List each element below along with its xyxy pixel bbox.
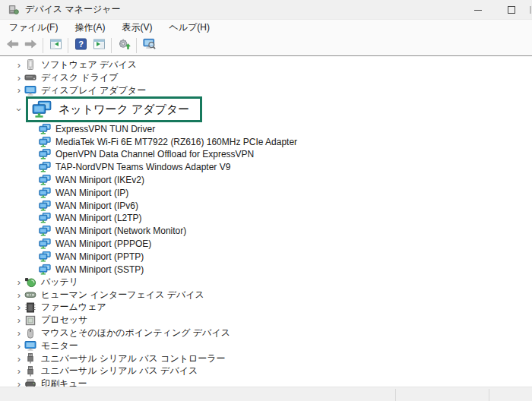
- toolbar-separator: [111, 38, 112, 53]
- network-adapter-icon: [39, 123, 51, 135]
- tree-item[interactable]: WAN Miniport (PPPOE): [0, 238, 532, 251]
- tree-item[interactable]: ›ユニバーサル シリアル バス デバイス: [0, 365, 532, 378]
- tree-item[interactable]: ›ネットワーク アダプター: [0, 96, 532, 122]
- processor-icon: [24, 314, 36, 327]
- tree-item-label: ユニバーサル シリアル バス デバイス: [41, 365, 198, 377]
- mouse-icon: [24, 327, 36, 339]
- usb-icon: [24, 365, 36, 377]
- help-button[interactable]: ?: [71, 37, 90, 54]
- network-adapter-icon: [39, 187, 51, 199]
- chevron-right-icon[interactable]: ›: [14, 302, 24, 313]
- menu-item-action[interactable]: 操作(A): [66, 20, 113, 36]
- back-button[interactable]: [3, 37, 21, 54]
- tree-item[interactable]: ExpressVPN TUN Driver: [0, 122, 532, 135]
- tree-item-label: ヒューマン インターフェイス デバイス: [41, 289, 204, 302]
- scan-hardware-icon: [143, 38, 156, 53]
- menu-item-file[interactable]: ファイル(F): [1, 20, 66, 36]
- chevron-right-icon[interactable]: ›: [14, 327, 24, 339]
- hid-icon: [24, 289, 36, 301]
- tree-item[interactable]: ›ユニバーサル シリアル バス コントローラー: [0, 352, 532, 365]
- tree-item[interactable]: ›ディスク ドライブ: [0, 71, 532, 84]
- close-button-partial[interactable]: [528, 0, 532, 20]
- tree-item[interactable]: ›モニター: [0, 339, 532, 352]
- action-pane-icon: [93, 38, 106, 53]
- software-device-icon: [24, 58, 36, 71]
- tree-item-label: バッテリ: [41, 276, 78, 289]
- toolbar-separator: [43, 38, 43, 53]
- show-console-tree-button[interactable]: [46, 37, 65, 54]
- chevron-right-icon[interactable]: ›: [14, 59, 24, 71]
- network-adapter-icon: [39, 174, 51, 186]
- network-adapter-icon: [39, 200, 51, 212]
- tree-item[interactable]: WAN Miniport (IP): [0, 186, 532, 199]
- chevron-right-icon[interactable]: ›: [14, 276, 24, 288]
- window-title: デバイス マネージャー: [25, 3, 121, 16]
- monitor-icon: [24, 339, 36, 352]
- network-adapter-icon: [39, 212, 51, 224]
- chevron-right-icon[interactable]: ›: [14, 289, 24, 301]
- help-icon: ?: [74, 38, 87, 53]
- tree-item[interactable]: ›マウスとそのほかのポインティング デバイス: [0, 327, 532, 339]
- usb-icon: [24, 352, 36, 365]
- device-tree-pane: ›ソフトウェア デバイス›ディスク ドライブ›ディスプレイ アダプター›ネットワ…: [0, 55, 532, 400]
- network-adapter-icon: [39, 251, 51, 263]
- network-adapter-icon: [39, 161, 51, 173]
- chevron-right-icon[interactable]: ›: [14, 314, 24, 326]
- tree-item-label: ソフトウェア デバイス: [41, 58, 137, 71]
- update-driver-icon: [118, 38, 131, 53]
- tree-item-label: モニター: [41, 339, 78, 352]
- tree-item[interactable]: WAN Miniport (Network Monitor): [0, 225, 532, 238]
- tree-item-label: ディスプレイ アダプター: [41, 84, 146, 97]
- tree-item[interactable]: ›バッテリ: [0, 276, 532, 289]
- tree-item[interactable]: WAN Miniport (IKEv2): [0, 174, 532, 187]
- chevron-right-icon[interactable]: ›: [14, 340, 24, 352]
- tree-item-label: ネットワーク アダプター: [59, 103, 189, 117]
- tree-item[interactable]: WAN Miniport (L2TP): [0, 212, 532, 225]
- forward-arrow-icon: [24, 38, 37, 53]
- chevron-right-icon[interactable]: ›: [14, 84, 24, 96]
- network-adapter-icon: [39, 225, 51, 237]
- maximize-icon: [508, 6, 515, 14]
- tree-item[interactable]: MediaTek Wi-Fi 6E MT7922 (RZ616) 160MHz …: [0, 135, 532, 148]
- maximize-button[interactable]: [495, 0, 528, 20]
- network-adapter-icon: [39, 264, 51, 276]
- tree-item-label: WAN Miniport (PPTP): [55, 251, 144, 262]
- chevron-right-icon[interactable]: ›: [14, 72, 24, 84]
- taskbar-strip: [0, 387, 532, 401]
- device-manager-icon: [8, 4, 19, 15]
- chevron-right-icon[interactable]: ›: [14, 353, 24, 365]
- tree-item[interactable]: ›ヒューマン インターフェイス デバイス: [0, 289, 532, 302]
- device-manager-window: デバイス マネージャー ファイル(F)操作(A)表示(V)ヘルプ(H) ? ›ソ…: [0, 0, 532, 401]
- tree-item-label: WAN Miniport (IPv6): [55, 200, 138, 211]
- minimize-button[interactable]: [461, 0, 495, 20]
- disk-drive-icon: [24, 71, 36, 84]
- tree-item-label: WAN Miniport (PPPOE): [55, 238, 151, 249]
- scan-hardware-button[interactable]: [140, 37, 158, 54]
- network-adapter-icon: [32, 100, 52, 118]
- forward-button[interactable]: [21, 37, 40, 54]
- tree-item-label: WAN Miniport (SSTP): [55, 264, 144, 275]
- menu-item-help[interactable]: ヘルプ(H): [160, 20, 218, 36]
- chevron-down-icon[interactable]: ›: [14, 104, 25, 115]
- tree-item-label: TAP-NordVPN Teams Windows Adapter V9: [55, 162, 230, 172]
- back-arrow-icon: [6, 38, 19, 53]
- tree-item[interactable]: ›ファームウェア: [0, 302, 532, 314]
- highlight-annotation-box: ネットワーク アダプター: [26, 96, 202, 122]
- console-tree-icon: [49, 38, 62, 53]
- tree-item[interactable]: WAN Miniport (SSTP): [0, 263, 532, 276]
- chevron-right-icon[interactable]: ›: [14, 365, 24, 377]
- update-driver-button[interactable]: [115, 37, 133, 54]
- tree-item[interactable]: OpenVPN Data Channel Offload for Express…: [0, 148, 532, 161]
- show-action-pane-button[interactable]: [90, 37, 108, 54]
- tree-item-label: プロセッサ: [41, 314, 87, 327]
- menu-item-view[interactable]: 表示(V): [113, 20, 160, 36]
- tree-item[interactable]: TAP-NordVPN Teams Windows Adapter V9: [0, 161, 532, 174]
- display-adapter-icon: [24, 84, 36, 96]
- close-icon: [530, 6, 531, 14]
- tree-item[interactable]: ›プロセッサ: [0, 314, 532, 327]
- tree-item[interactable]: ›ディスプレイ アダプター: [0, 84, 532, 97]
- tree-item[interactable]: ›ソフトウェア デバイス: [0, 58, 532, 71]
- tree-item[interactable]: WAN Miniport (IPv6): [0, 199, 532, 212]
- tree-item[interactable]: WAN Miniport (PPTP): [0, 250, 532, 263]
- network-adapter-icon: [39, 148, 51, 160]
